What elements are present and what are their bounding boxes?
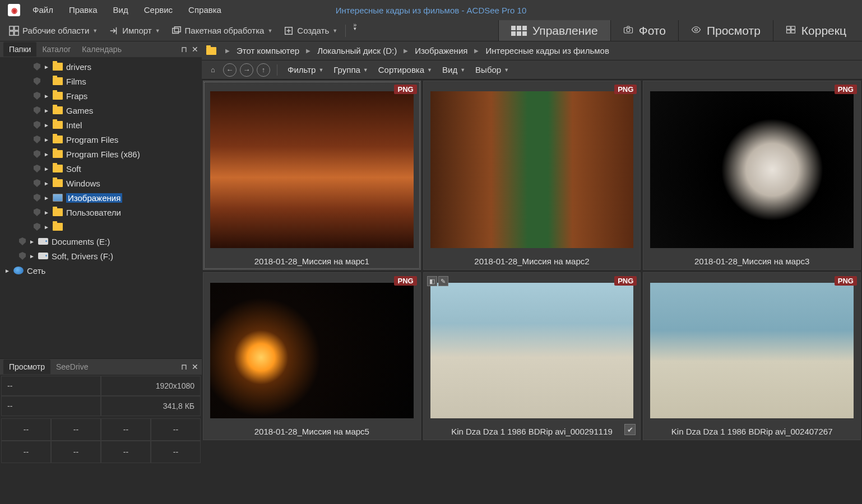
shield-icon — [34, 92, 40, 100]
expand-icon[interactable]: ► — [44, 166, 49, 172]
close-icon[interactable]: ✕ — [192, 362, 198, 371]
tree-row[interactable]: ►Program Files — [0, 132, 202, 147]
close-icon[interactable]: ✕ — [192, 45, 198, 54]
preview-resolution: 1920x1080 — [101, 376, 201, 396]
thumbnail[interactable]: PNG◧✎Kin Dza Dza 1 1986 BDRip avi_000291… — [423, 272, 641, 440]
tree-label: Изображения — [66, 193, 122, 203]
pin-icon[interactable]: ⊓ — [181, 362, 187, 371]
workspaces-button[interactable]: Рабочие области ▼ — [3, 22, 103, 39]
menu-edit[interactable]: Правка — [61, 0, 105, 20]
batch-button[interactable]: Пакетная обработка ▼ — [166, 22, 279, 39]
tree-row[interactable]: ►Program Files (x86) — [0, 147, 202, 161]
thumbnail[interactable]: PNG2018-01-28_Миссия на марс2 — [423, 81, 641, 270]
content-area: Папки Каталог Календарь ⊓ ✕ ►driversFilm… — [0, 41, 862, 504]
thumbnail[interactable]: PNG2018-01-28_Миссия на марс3 — [643, 81, 861, 270]
tree-row[interactable]: ►drivers — [0, 59, 202, 74]
preview-cell: -- — [1, 418, 51, 441]
expand-icon[interactable]: ► — [44, 137, 49, 143]
breadcrumb-segment[interactable]: Этот компьютер — [237, 46, 299, 55]
breadcrumb-segment[interactable]: Интересные кадры из фильмов — [485, 46, 609, 55]
mode-manage[interactable]: Управление — [498, 20, 610, 41]
expand-icon[interactable]: ► — [44, 122, 49, 128]
preview-extra-grid: -- -- -- -- -- -- -- -- — [0, 417, 202, 464]
adjust-icon — [786, 24, 796, 38]
group-button[interactable]: Группа▼ — [330, 65, 371, 74]
thumbnail[interactable]: PNG2018-01-28_Миссия на марс5 — [203, 272, 421, 440]
home-icon[interactable]: ⌂ — [206, 63, 220, 77]
expand-icon[interactable]: ► — [4, 268, 10, 274]
expand-icon[interactable]: ► — [44, 108, 49, 114]
back-button[interactable]: ← — [223, 63, 237, 77]
tree-label: Сеть — [27, 266, 45, 276]
tree-row[interactable]: ►Soft — [0, 161, 202, 176]
edit-icons: ◧✎ — [427, 276, 448, 286]
sort-button[interactable]: Сортировка▼ — [375, 65, 435, 74]
tree-row[interactable]: ►Изображения — [0, 190, 202, 205]
tree-row[interactable]: ►Fraps — [0, 88, 202, 103]
tree-label: drivers — [66, 62, 91, 72]
menu-help[interactable]: Справка — [180, 0, 229, 20]
tab-catalog[interactable]: Каталог — [36, 42, 76, 57]
expand-icon[interactable]: ► — [44, 93, 49, 99]
mode-view[interactable]: Просмотр — [678, 20, 773, 41]
tree-row[interactable]: ►Documents (E:) — [0, 234, 202, 249]
tree-row[interactable]: ►Пользователи — [0, 205, 202, 220]
folder-icon — [53, 77, 63, 85]
import-button[interactable]: Импорт ▼ — [103, 22, 165, 39]
tree-row[interactable]: ►Windows — [0, 176, 202, 190]
pin-icon[interactable]: ⊓ — [181, 45, 187, 54]
expand-icon[interactable]: ► — [44, 180, 49, 186]
mode-photo[interactable]: Фото — [610, 20, 678, 41]
folder-tree[interactable]: ►driversFilms►Fraps►Games►Intel►Program … — [0, 57, 202, 358]
filter-button[interactable]: Фильтр▼ — [284, 65, 327, 74]
folder-icon — [53, 92, 63, 100]
chevron-right-icon: ▶ — [221, 48, 234, 54]
expand-icon[interactable]: ► — [44, 224, 49, 230]
mode-view-label: Просмотр — [707, 24, 761, 38]
left-pane: Папки Каталог Календарь ⊓ ✕ ►driversFilm… — [0, 41, 202, 504]
thumbnail[interactable]: PNG2018-01-28_Миссия на марс1 — [203, 81, 421, 270]
expand-icon[interactable]: ► — [44, 195, 49, 201]
breadcrumb-segment[interactable]: Изображения — [415, 46, 467, 55]
expand-icon[interactable]: ► — [29, 239, 35, 245]
chevron-right-icon: ▶ — [470, 48, 483, 54]
viewmode-button[interactable]: Вид▼ — [439, 65, 469, 74]
expand-icon[interactable]: ► — [29, 253, 35, 259]
format-badge: PNG — [394, 276, 416, 286]
menu-file[interactable]: Файл — [25, 0, 61, 20]
thumbnail[interactable]: PNGKin Dza Dza 1 1986 BDRip avi_00240726… — [643, 272, 861, 440]
tree-row[interactable]: ►Сеть — [0, 263, 202, 278]
menu-view[interactable]: Вид — [105, 0, 136, 20]
overflow-button[interactable]: » ▼ — [348, 22, 362, 39]
select-button[interactable]: Выбор▼ — [472, 65, 512, 74]
tree-row[interactable]: ►Games — [0, 103, 202, 118]
create-button[interactable]: Создать ▼ — [278, 22, 343, 39]
tree-row[interactable]: ► — [0, 220, 202, 234]
chevron-down-icon: ▼ — [92, 28, 98, 34]
forward-button[interactable]: → — [240, 63, 253, 77]
shield-icon — [34, 77, 40, 85]
checkbox[interactable]: ✔ — [624, 424, 636, 435]
expand-icon[interactable]: ► — [44, 151, 49, 157]
thumbnail-grid[interactable]: PNG2018-01-28_Миссия на марс1PNG2018-01-… — [202, 80, 862, 504]
svg-rect-10 — [786, 26, 790, 29]
expand-icon[interactable]: ► — [44, 64, 49, 70]
thumbnail-filename: 2018-01-28_Миссия на марс1 — [203, 253, 420, 269]
tree-row[interactable]: ►Soft, Drivers (F:) — [0, 249, 202, 263]
batch-label: Пакетная обработка — [185, 26, 265, 35]
menu-service[interactable]: Сервис — [136, 0, 180, 20]
folder-panel-header: Папки Каталог Календарь ⊓ ✕ — [0, 41, 202, 57]
shield-icon — [34, 179, 40, 187]
tree-row[interactable]: ►Intel — [0, 118, 202, 132]
tree-label: Пользователи — [66, 208, 121, 217]
tab-seedrive[interactable]: SeeDrive — [50, 360, 94, 374]
up-button[interactable]: ↑ — [257, 63, 270, 77]
mode-manage-label: Управление — [532, 24, 598, 38]
tab-calendar[interactable]: Календарь — [76, 42, 127, 57]
breadcrumb-segment[interactable]: Локальный диск (D:) — [317, 46, 397, 55]
tree-row[interactable]: Films — [0, 74, 202, 88]
tab-preview[interactable]: Просмотр — [3, 360, 50, 374]
expand-icon[interactable]: ► — [44, 209, 49, 216]
tab-folders[interactable]: Папки — [3, 42, 36, 57]
mode-edit[interactable]: Коррекц — [773, 20, 859, 41]
